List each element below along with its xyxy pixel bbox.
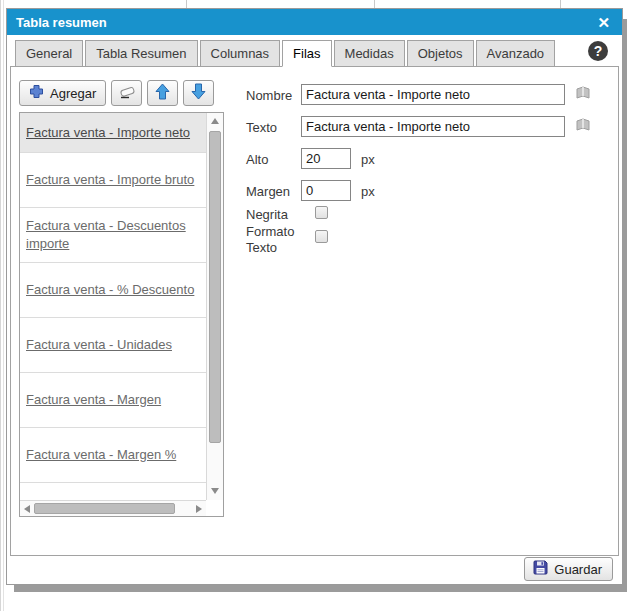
list-item[interactable]: Factura venta - % Descuento [20,263,206,318]
tab-tabla-resumen[interactable]: Tabla Resumen [85,40,197,67]
row-link[interactable]: Factura venta - Importe bruto [26,171,194,189]
texto-label: Texto [246,120,300,136]
arrow-up-icon [155,83,170,103]
window-title: Tabla resumen [16,15,595,30]
alto-label: Alto [246,152,300,168]
scroll-right-arrow-icon[interactable] [196,505,202,513]
save-icon [533,560,548,578]
nombre-lookup-button[interactable] [573,85,593,105]
agregar-label: Agregar [50,86,96,101]
tab-columnas[interactable]: Columnas [200,40,281,67]
move-down-button[interactable] [183,80,214,106]
negrita-label: Negrita [246,207,300,223]
guardar-label: Guardar [554,562,602,577]
tab-avanzado[interactable]: Avanzado [476,40,556,67]
list-item[interactable]: Factura venta - Margen [20,373,206,428]
list-item[interactable]: Factura venta - Descuentos importe [20,208,206,263]
vertical-scrollbar[interactable] [206,113,223,500]
alto-unit: px [361,152,375,167]
scroll-up-arrow-icon[interactable] [211,118,219,124]
arrow-down-icon [191,83,206,103]
texto-lookup-button[interactable] [573,117,593,137]
rows-listbox: Factura venta - Importe neto Factura ven… [19,112,224,517]
margen-unit: px [361,184,375,199]
scroll-down-arrow-icon[interactable] [211,488,219,494]
alto-input[interactable] [301,148,351,169]
formato-texto-checkbox[interactable] [315,230,328,243]
book-icon [574,116,592,138]
tabla-resumen-dialog: Tabla resumen ✕ General Tabla Resumen Co… [6,8,623,585]
row-link[interactable]: Factura venta - % Descuento [26,281,194,299]
tab-medidas[interactable]: Medidas [334,40,405,67]
tab-objetos[interactable]: Objetos [407,40,474,67]
scroll-left-arrow-icon[interactable] [24,505,30,513]
list-toolbar: Agregar [19,80,214,106]
vertical-scroll-thumb[interactable] [209,131,221,443]
plus-icon [29,84,44,102]
question-icon: ? [594,43,603,59]
background-edge-line [3,0,4,611]
close-button[interactable]: ✕ [595,14,612,31]
agregar-button[interactable]: Agregar [19,80,106,106]
row-link[interactable]: Factura venta - Descuentos importe [26,217,200,252]
footer-bar: Guardar [7,555,622,584]
tab-general[interactable]: General [15,40,83,67]
tab-filas[interactable]: Filas [282,40,331,67]
nombre-input[interactable] [301,84,565,105]
horizontal-scrollbar[interactable] [20,500,206,516]
row-link[interactable]: Factura venta - Margen % [26,446,176,464]
help-button[interactable]: ? [588,41,608,61]
background-tick [560,0,561,8]
row-link[interactable]: Factura venta - Unidades [26,336,172,354]
eraser-icon [118,85,136,102]
row-link[interactable]: Factura venta - Importe neto [26,124,190,142]
titlebar: Tabla resumen ✕ [7,9,622,35]
tab-content-panel: Agregar [10,66,619,556]
horizontal-scroll-thumb[interactable] [34,503,175,514]
margen-input[interactable] [301,180,351,201]
nombre-label: Nombre [246,88,300,104]
move-up-button[interactable] [147,80,178,106]
clear-button[interactable] [111,80,142,106]
guardar-button[interactable]: Guardar [524,557,613,581]
list-item[interactable]: Factura venta - Unidades [20,318,206,373]
row-link[interactable]: Factura venta - Margen [26,391,161,409]
rows-list: Factura venta - Importe neto Factura ven… [20,113,206,500]
book-icon [574,84,592,106]
list-item[interactable]: Factura venta - Importe neto [20,113,206,153]
background-edge-line [0,0,1,611]
margen-label: Margen [246,184,300,200]
texto-input[interactable] [301,116,565,137]
list-item[interactable]: Factura venta - Importe bruto [20,153,206,208]
background-tick [374,0,375,8]
negrita-checkbox[interactable] [315,206,328,219]
background-tick [186,0,187,8]
formato-texto-label: Formato Texto [246,224,300,257]
tab-bar: General Tabla Resumen Columnas Filas Med… [7,35,622,66]
list-item[interactable]: Factura venta - Margen % [20,428,206,483]
